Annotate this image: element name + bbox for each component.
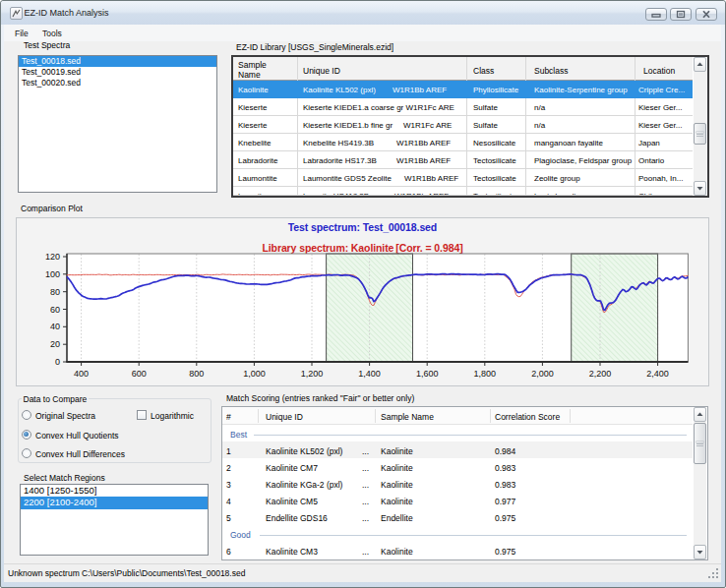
svg-text:20: 20 (50, 339, 60, 349)
svg-text:400: 400 (74, 369, 89, 379)
svg-text:60: 60 (50, 305, 60, 315)
svg-text:100: 100 (45, 269, 60, 279)
svg-text:1,600: 1,600 (416, 369, 439, 379)
svg-text:1,200: 1,200 (301, 369, 324, 379)
svg-text:40: 40 (50, 322, 60, 331)
svg-text:800: 800 (189, 369, 204, 379)
svg-text:2,400: 2,400 (646, 369, 669, 379)
svg-text:2,000: 2,000 (531, 369, 554, 379)
svg-text:1,800: 1,800 (474, 369, 497, 379)
svg-text:80: 80 (50, 287, 60, 297)
svg-text:2,200: 2,200 (589, 369, 612, 379)
svg-text:0: 0 (55, 357, 60, 367)
svg-text:1,000: 1,000 (243, 369, 266, 379)
svg-text:1,400: 1,400 (358, 369, 381, 379)
svg-text:120: 120 (45, 252, 60, 262)
svg-text:600: 600 (132, 369, 147, 379)
